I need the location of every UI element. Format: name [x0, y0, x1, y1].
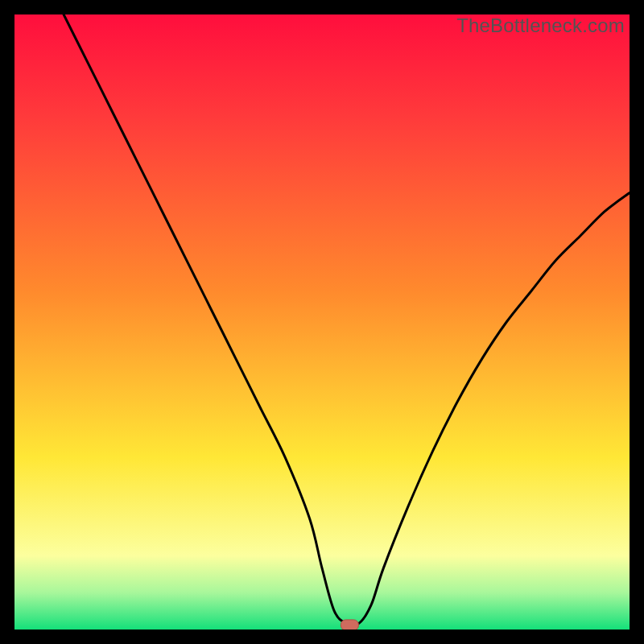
watermark-text: TheBottleneck.com	[456, 14, 625, 37]
bottleneck-chart	[14, 14, 630, 630]
gradient-background	[14, 14, 630, 630]
chart-frame: TheBottleneck.com	[0, 0, 644, 644]
plot-area: TheBottleneck.com	[14, 14, 630, 630]
optimal-marker	[341, 620, 358, 630]
